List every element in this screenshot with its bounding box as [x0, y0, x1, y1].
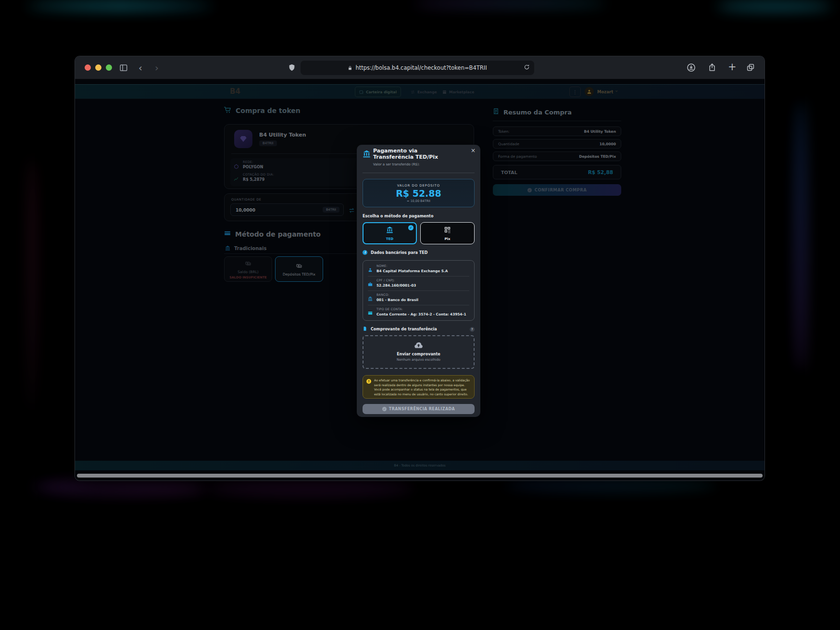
briefcase-icon — [368, 279, 373, 289]
sidebar-toggle-icon[interactable] — [119, 63, 128, 72]
cloud-upload-icon — [364, 340, 474, 351]
check-icon: ✓ — [382, 407, 387, 411]
deposit-label: VALOR DO DEPÓSITO — [363, 184, 474, 188]
divider — [363, 173, 475, 173]
info-icon: i — [363, 250, 367, 255]
warning-box: ! Ao efetuar uma transferência e confirm… — [363, 375, 475, 399]
help-icon[interactable]: ? — [470, 327, 475, 332]
upload-subtitle: Nenhum arquivo escolhido — [364, 358, 474, 362]
bank-details-box: NOME: B4 Capital Plataforma Exchange S.A… — [363, 260, 475, 321]
modal-title: Pagamento via Transferência TED/Pix — [373, 148, 454, 160]
url-text: https://bolsa.b4.capital/checkout?token=… — [355, 64, 487, 71]
privacy-shield-icon[interactable] — [288, 63, 296, 72]
browser-titlebar: ‹ › https://bolsa.b4.capital/checkout?to… — [75, 56, 765, 79]
upload-dropzone[interactable]: Enviar comprovante Nenhum arquivo escolh… — [363, 335, 475, 369]
method-pix-button[interactable]: Pix — [420, 222, 475, 244]
method-select-label: Escolha o método de pagamento — [363, 214, 433, 218]
deposit-value: R$ 52.88 — [363, 189, 474, 198]
glow-top-center — [414, 0, 606, 7]
glow-left-edge — [28, 159, 38, 409]
share-icon[interactable] — [708, 63, 716, 72]
bank-icon — [363, 150, 371, 160]
forward-icon[interactable]: › — [155, 63, 159, 73]
glow-right-edge — [794, 101, 807, 370]
document-icon — [363, 326, 367, 332]
deposit-value-box: VALOR DO DEPÓSITO R$ 52.88 ≈ 10,00 B4TRI… — [363, 179, 475, 207]
method-ted-button[interactable]: TED ✓ — [363, 222, 417, 244]
tab-overview-icon[interactable] — [746, 63, 755, 72]
close-icon[interactable]: × — [471, 148, 476, 153]
wallet-icon — [368, 308, 373, 317]
warning-icon: ! — [366, 379, 371, 384]
payment-modal: Pagamento via Transferência TED/Pix × Va… — [357, 145, 480, 417]
bank-row-name: NOME: B4 Capital Plataforma Exchange S.A — [368, 262, 469, 277]
webpage: B4 Carteira digital Exchange Marketplace… — [75, 79, 765, 480]
warning-text: Ao efetuar uma transferência e confirmá-… — [374, 378, 471, 396]
back-icon[interactable]: ‹ — [138, 63, 142, 73]
minimize-window-button[interactable] — [95, 64, 101, 71]
glow-top-right — [716, 2, 832, 11]
bank-row-account: TIPO DE CONTA: Conta Corrente - Ag: 3574… — [368, 305, 469, 320]
url-bar[interactable]: https://bolsa.b4.capital/checkout?token=… — [301, 61, 534, 75]
person-icon — [368, 265, 373, 274]
bank-icon — [368, 294, 373, 303]
receipt-section-header: Comprovante de transferência ? — [363, 326, 475, 332]
downloads-icon[interactable] — [687, 63, 696, 72]
selected-check-icon: ✓ — [408, 225, 414, 230]
bank-icon — [386, 226, 393, 235]
qr-code-icon — [444, 226, 451, 235]
screenshot-stage: ‹ › https://bolsa.b4.capital/checkout?to… — [0, 0, 840, 630]
reload-icon[interactable] — [524, 64, 530, 72]
maximize-window-button[interactable] — [106, 64, 112, 71]
glow-bottom-left — [34, 480, 207, 494]
bank-row-cnpj: CPF / CNPJ: 52.284.160/0001-03 — [368, 277, 469, 291]
bank-row-bank: BANCO: 001 - Banco do Brasil — [368, 291, 469, 305]
modal-subtitle: Valor a ser transferido (R$): — [373, 163, 420, 166]
new-tab-icon[interactable]: + — [728, 62, 737, 72]
glow-top-left — [26, 2, 214, 10]
close-window-button[interactable] — [85, 64, 91, 71]
transfer-done-button[interactable]: ✓ TRANSFERÊNCIA REALIZADA — [363, 404, 475, 414]
deposit-equivalent: ≈ 10,00 B4TRII — [363, 199, 474, 203]
horizontal-scrollbar[interactable] — [77, 474, 763, 478]
bank-data-section-header: i Dados bancários para TED — [363, 250, 427, 255]
glow-bottom-center — [207, 479, 414, 495]
upload-title: Enviar comprovante — [364, 352, 474, 356]
lock-icon — [348, 65, 352, 71]
browser-window: ‹ › https://bolsa.b4.capital/checkout?to… — [75, 56, 765, 480]
